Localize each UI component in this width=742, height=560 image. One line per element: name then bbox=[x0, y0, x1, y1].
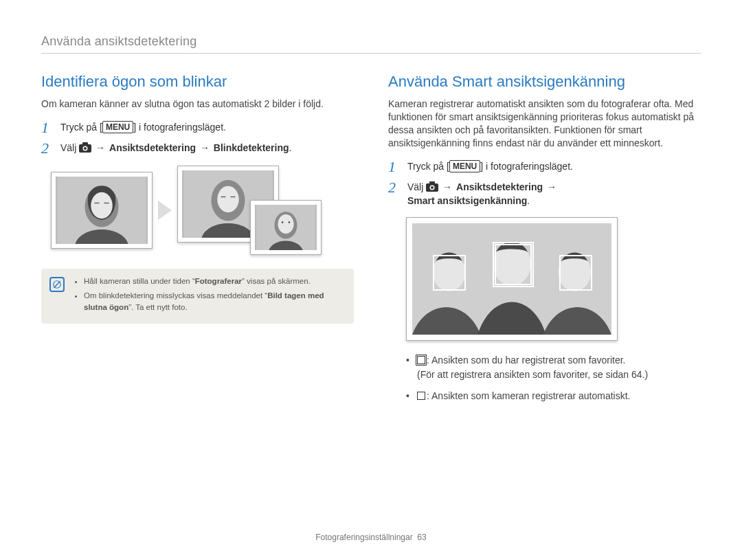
face-rect-single bbox=[559, 255, 592, 291]
svg-rect-22 bbox=[429, 181, 435, 184]
illustration-group bbox=[406, 217, 618, 341]
svg-point-19 bbox=[289, 221, 290, 223]
section-title-blink: Identifiera ögon som blinkar bbox=[41, 73, 354, 91]
image-placeholder bbox=[255, 205, 317, 250]
step-number: 1 bbox=[388, 159, 401, 175]
note-box: Håll kameran stilla under tiden “Fotogra… bbox=[41, 269, 354, 324]
legend-item-favorite: : Ansikten som du har registrerat som fa… bbox=[406, 353, 701, 382]
note-icon bbox=[49, 277, 65, 292]
legend-item-auto: : Ansikten som kameran registrerar autom… bbox=[406, 389, 701, 403]
step-text: Välj → Ansiktsdetektering → Smart ansikt… bbox=[407, 180, 558, 208]
step-text: Välj → Ansiktsdetektering → Blinkdetekte… bbox=[60, 141, 291, 155]
menu-icon: MENU bbox=[449, 160, 480, 172]
double-frame-icon bbox=[417, 356, 425, 364]
page-footer: Fotograferingsinställningar 63 bbox=[0, 533, 742, 542]
camera-icon bbox=[79, 142, 91, 153]
menu-icon: MENU bbox=[102, 121, 133, 133]
svg-point-12 bbox=[217, 186, 239, 213]
camera-icon bbox=[426, 181, 438, 192]
photo-frame bbox=[250, 200, 322, 255]
step-text: Tryck på [MENU] i fotograferingsläget. bbox=[60, 120, 226, 134]
photo-frame-before bbox=[51, 172, 153, 249]
svg-point-3 bbox=[84, 147, 87, 150]
note-item: Om blinkdetektering misslyckas visas med… bbox=[84, 290, 344, 314]
image-placeholder bbox=[56, 177, 148, 244]
step-2-right: 2 Välj → Ansiktsdetektering → Smart ansi… bbox=[388, 180, 701, 208]
step-text: Tryck på [MENU] i fotograferingsläget. bbox=[407, 159, 573, 173]
svg-rect-1 bbox=[82, 142, 88, 145]
photo-stack-after bbox=[177, 166, 322, 255]
step-2-left: 2 Välj → Ansiktsdetektering → Blinkdetek… bbox=[41, 141, 354, 156]
step-number: 2 bbox=[41, 141, 54, 156]
step-number: 2 bbox=[388, 180, 401, 195]
section-title-smart: Använda Smart ansiktsigenkänning bbox=[388, 73, 701, 91]
image-placeholder bbox=[412, 223, 611, 335]
face-rect-single bbox=[433, 255, 466, 291]
single-frame-icon bbox=[417, 392, 425, 400]
note-item: Håll kameran stilla under tiden “Fotogra… bbox=[84, 276, 344, 287]
intro-smart: Kameran registrerar automatiskt ansikten… bbox=[388, 98, 701, 150]
svg-point-24 bbox=[431, 186, 434, 189]
step-1-left: 1 Tryck på [MENU] i fotograferingsläget. bbox=[41, 120, 354, 135]
face-rect-double bbox=[495, 244, 532, 285]
svg-point-18 bbox=[282, 221, 283, 223]
intro-blink: Om kameran känner av slutna ögon tas aut… bbox=[41, 98, 354, 111]
legend: : Ansikten som du har registrerat som fa… bbox=[388, 353, 701, 403]
step-number: 1 bbox=[41, 120, 54, 135]
svg-point-7 bbox=[91, 192, 113, 219]
page-header: Använda ansiktsdetektering bbox=[41, 34, 701, 54]
step-1-right: 1 Tryck på [MENU] i fotograferingsläget. bbox=[388, 159, 701, 175]
column-left: Identifiera ögon som blinkar Om kameran … bbox=[41, 73, 354, 410]
column-right: Använda Smart ansiktsigenkänning Kameran… bbox=[388, 73, 701, 410]
svg-point-17 bbox=[278, 214, 293, 234]
illustration-blink bbox=[51, 166, 354, 255]
arrow-right-icon bbox=[158, 201, 172, 220]
